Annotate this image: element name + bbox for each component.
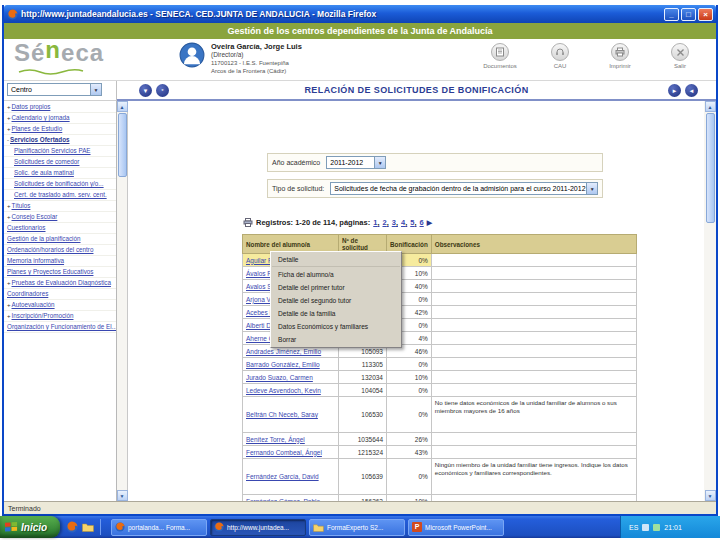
nav-down-button[interactable]: ▼ xyxy=(139,84,152,97)
sidebar-item-datos-propios[interactable]: +Datos propios xyxy=(4,102,116,113)
sidebar-item-aula-matinal[interactable]: Solic. de aula matinal xyxy=(4,168,116,179)
student-link[interactable]: Fernández García, David xyxy=(246,473,319,480)
printer-icon xyxy=(243,218,253,227)
folder-icon[interactable] xyxy=(82,522,94,532)
sidebar-item-memoria-informativa[interactable]: Memoria informativa xyxy=(4,256,116,267)
sidebar-item-consejo-escolar[interactable]: +Consejo Escolar xyxy=(4,212,116,223)
task-portal[interactable]: portalanda... Forma... xyxy=(111,519,207,536)
page-link-6[interactable]: 6 xyxy=(420,218,424,227)
document-icon xyxy=(495,47,505,57)
sidebar-item-planes-proyectos[interactable]: Planes y Proyectos Educativos xyxy=(4,267,116,278)
sidebar-item-cuestionarios[interactable]: Cuestionarios xyxy=(4,223,116,234)
print-button[interactable]: Imprimir xyxy=(598,43,642,69)
documents-button[interactable]: Documentos xyxy=(478,43,522,69)
quick-launch xyxy=(60,519,107,535)
type-filter-row: Tipo de solicitud: Solicitudes de fecha … xyxy=(267,179,603,198)
window-titlebar[interactable]: http://www.juntadeandalucia.es - SENECA.… xyxy=(4,5,716,23)
menu-item-primer-tutor[interactable]: Detalle del primer tutor xyxy=(272,281,400,294)
student-link[interactable]: Andrades Jiménez, Emilio xyxy=(246,348,321,355)
app-banner-title: Gestión de los centros dependientes de l… xyxy=(227,26,492,36)
menu-item-ficha-alumno[interactable]: Ficha del alumno/a xyxy=(272,268,400,281)
tray-icon[interactable] xyxy=(642,524,649,531)
firefox-icon[interactable] xyxy=(66,521,78,533)
dropdown-arrow-icon[interactable]: ▼ xyxy=(586,183,597,194)
user-name: Oveira García, Jorge Luis xyxy=(211,42,302,51)
scroll-down-icon[interactable]: ▼ xyxy=(117,490,128,501)
table-row[interactable]: Jurado Suazo, Carmen13203410% xyxy=(243,371,637,384)
sidebar-item-solicitudes-comedor[interactable]: Solicitudes de comedor xyxy=(4,157,116,168)
sidebar-item-coordinadores[interactable]: Coordinadores xyxy=(4,289,116,300)
user-role: (Director/a) xyxy=(211,51,302,59)
sidebar-item-cert-traslado[interactable]: Cert. de traslado adm. serv. cent. xyxy=(4,190,116,201)
table-row[interactable]: Fernández García, David1056390%Ningún mi… xyxy=(243,459,637,495)
student-link[interactable]: Fernando Combeal, Ángel xyxy=(246,449,322,456)
sidebar-scrollbar[interactable]: ▲ ▼ xyxy=(117,101,128,501)
minimize-button[interactable]: _ xyxy=(664,8,679,21)
dropdown-arrow-icon[interactable]: ▼ xyxy=(90,84,101,95)
page-link-4[interactable]: 4 xyxy=(401,218,407,227)
table-row[interactable]: Fernando Combeal, Ángel121532443% xyxy=(243,446,637,459)
main-scrollbar-thumb[interactable] xyxy=(706,113,715,223)
identity-band: Séneca Oveira García, Jorge Luis (Direct… xyxy=(4,39,716,81)
menu-item-detalle[interactable]: Detalle xyxy=(272,253,400,267)
browser-window: http://www.juntadeandalucia.es - SENECA.… xyxy=(2,5,718,516)
table-row[interactable]: Beltrán Ch Neceb, Saray1065300%No tiene … xyxy=(243,397,637,433)
dropdown-arrow-icon[interactable]: ▼ xyxy=(374,157,385,168)
scroll-up-icon[interactable]: ▲ xyxy=(117,101,128,112)
sidebar-item-titulos[interactable]: +Títulos xyxy=(4,201,116,212)
sidebar-item-servicios-ofertados[interactable]: -Servicios Ofertados xyxy=(4,135,116,146)
tray-icon[interactable] xyxy=(653,524,660,531)
next-page-icon[interactable]: ▶ xyxy=(427,219,432,227)
main-scrollbar[interactable]: ▲ ▼ xyxy=(704,101,716,501)
year-filter-row: Año académico 2011-2012 ▼ xyxy=(267,153,603,172)
sidebar-scrollbar-thumb[interactable] xyxy=(118,113,127,177)
student-link[interactable]: Jurado Suazo, Carmen xyxy=(246,374,313,381)
task-folder[interactable]: FormaExperto S2... xyxy=(309,519,405,536)
student-link[interactable]: Fernández Gámez, Pablo xyxy=(246,498,320,502)
nav-back-button[interactable]: ◄ xyxy=(685,84,698,97)
menu-item-familia[interactable]: Detalle de la familia xyxy=(272,307,400,320)
close-button[interactable]: × xyxy=(698,8,713,21)
col-observaciones: Observaciones xyxy=(431,235,636,254)
maximize-button[interactable]: □ xyxy=(681,8,696,21)
exit-button[interactable]: Salir xyxy=(658,43,702,69)
page-link-1[interactable]: 1 xyxy=(373,218,379,227)
menu-item-borrar[interactable]: Borrar xyxy=(272,333,400,346)
sidebar-item-solicitudes-bonificacion[interactable]: Solicitudes de bonificación y/o... xyxy=(4,179,116,190)
page-link-5[interactable]: 5 xyxy=(410,218,416,227)
sidebar-item-calendario[interactable]: +Calendario y jornada xyxy=(4,113,116,124)
sidebar-item-organizacion-funcionamiento[interactable]: Organización y Funcionamiento de El... xyxy=(4,322,116,333)
sidebar-item-inscripcion-promocion[interactable]: +Inscripción/Promoción xyxy=(4,311,116,322)
table-row[interactable]: Fernández Gámez, Pablo15636310% xyxy=(243,495,637,502)
sidebar-item-autoevaluacion[interactable]: +Autoevaluación xyxy=(4,300,116,311)
start-button[interactable]: Inicio xyxy=(0,516,60,538)
scroll-down-icon[interactable]: ▼ xyxy=(705,490,716,501)
student-link[interactable]: Beltrán Ch Neceb, Saray xyxy=(246,411,318,418)
profile-select[interactable]: Centro ▼ xyxy=(7,83,102,96)
student-link[interactable]: Ledeve Asvendoch, Kevin xyxy=(246,387,321,394)
table-row[interactable]: Barrado González, Emilio1133050% xyxy=(243,358,637,371)
task-seneca[interactable]: http://www.juntadea... xyxy=(210,519,306,536)
language-indicator[interactable]: ES xyxy=(629,524,638,531)
nav-forward-button[interactable]: ► xyxy=(668,84,681,97)
menu-item-segundo-tutor[interactable]: Detalle del segundo tutor xyxy=(272,294,400,307)
student-link[interactable]: Barrado González, Emilio xyxy=(246,361,320,368)
sidebar-item-ordenacion-horarios[interactable]: Ordenación/horarios del centro xyxy=(4,245,116,256)
sidebar-item-planes-estudio[interactable]: +Planes de Estudio xyxy=(4,124,116,135)
request-type-select[interactable]: Solicitudes de fecha de grabación dentro… xyxy=(330,182,598,195)
scroll-up-icon[interactable]: ▲ xyxy=(705,101,716,112)
headset-icon xyxy=(555,47,565,57)
table-row[interactable]: Benítez Torre, Ángel103564426% xyxy=(243,433,637,446)
sidebar-item-pruebas-evaluacion[interactable]: +Pruebas de Evaluación Diagnóstica xyxy=(4,278,116,289)
page-link-3[interactable]: 3 xyxy=(392,218,398,227)
year-select[interactable]: 2011-2012 ▼ xyxy=(326,156,386,169)
student-link[interactable]: Benítez Torre, Ángel xyxy=(246,436,305,443)
menu-item-datos-economicos[interactable]: Datos Económicos y familiares xyxy=(272,320,400,333)
cau-button[interactable]: CAU xyxy=(538,43,582,69)
task-powerpoint[interactable]: P Microsoft PowerPoint... xyxy=(408,519,504,536)
sidebar-item-gestion-planificacion[interactable]: Gestión de la planificación xyxy=(4,234,116,245)
table-row[interactable]: Ledeve Asvendoch, Kevin1040540% xyxy=(243,384,637,397)
page-link-2[interactable]: 2 xyxy=(382,218,388,227)
nav-refresh-button[interactable]: * xyxy=(156,84,169,97)
sidebar-item-planificacion-pae[interactable]: Planificación Servicios PAE xyxy=(4,146,116,157)
